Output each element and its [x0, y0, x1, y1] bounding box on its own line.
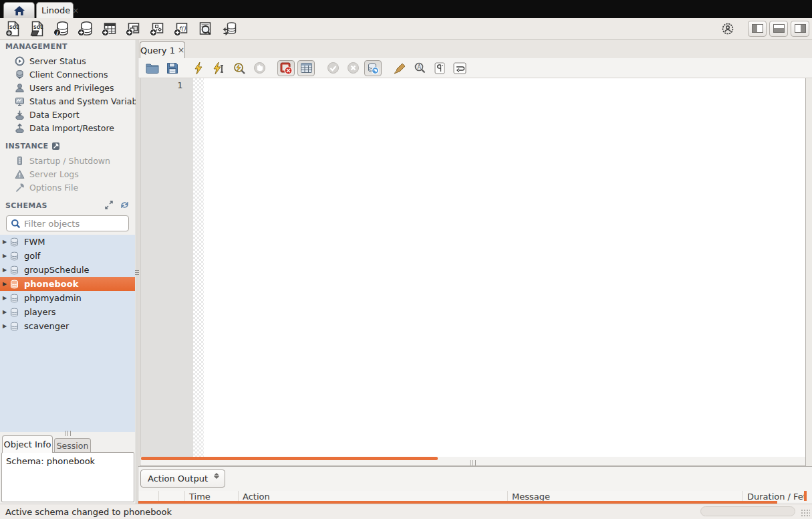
sidebar-item-data-export[interactable]: Data Export [0, 108, 136, 121]
status-bar: Active schema changed to phonebook [0, 504, 812, 519]
query-tab-close-icon[interactable]: × [178, 46, 184, 54]
sidebar-item-data-import[interactable]: Data Import/Restore [0, 121, 136, 134]
sidebar-item-server-status[interactable]: Server Status [0, 54, 136, 68]
create-table-button[interactable] [101, 21, 118, 37]
expand-arrow-icon[interactable]: ▶ [0, 253, 9, 259]
reconnect-dbms-button[interactable] [221, 21, 238, 37]
toggle-wrap-button[interactable] [451, 60, 468, 76]
tab-object-info[interactable]: Object Info [2, 435, 53, 453]
resize-grip-icon[interactable] [801, 509, 810, 518]
instance-section-title: INSTANCE [5, 142, 60, 150]
schema-icon [9, 266, 20, 275]
startup-shutdown-icon [15, 156, 25, 166]
sidebar-item-startup-shutdown[interactable]: Startup / Shutdown [0, 154, 136, 167]
object-info-panel: Schema: phonebook [1, 452, 134, 502]
schema-row-phonebook[interactable]: ▶ phonebook [0, 277, 135, 291]
schema-row-golf[interactable]: ▶ golf [0, 249, 135, 263]
management-section-title: MANAGEMENT [5, 42, 67, 51]
tab-close-icon[interactable]: × [72, 7, 79, 15]
query-toolbar: A [138, 58, 812, 78]
line-number: 1 [177, 80, 182, 90]
output-vscrollbar-thumb[interactable] [804, 491, 807, 501]
output-type-select[interactable]: Action Output [140, 470, 225, 488]
find-button[interactable]: A [411, 60, 428, 76]
rollback-button[interactable] [344, 60, 362, 76]
create-function-button[interactable]: f() [173, 21, 190, 37]
execute-current-button[interactable] [211, 60, 228, 76]
system-variables-icon [15, 96, 25, 106]
toggle-stop-on-error-button[interactable] [277, 60, 295, 76]
open-sql-script-button[interactable]: SQL [29, 21, 45, 37]
schema-row-fwm[interactable]: ▶ FWM [0, 235, 135, 249]
create-procedure-button[interactable] [149, 21, 166, 37]
expand-arrow-icon[interactable]: ▶ [0, 309, 9, 315]
show-invisibles-button[interactable] [431, 60, 448, 76]
user-icon [15, 83, 25, 93]
sidebar-item-users-privileges[interactable]: Users and Privileges [0, 81, 136, 94]
refresh-schemas-icon[interactable] [120, 201, 130, 210]
open-script-button[interactable] [144, 60, 161, 76]
home-icon [13, 5, 25, 16]
connection-tab[interactable]: Linode × [36, 2, 74, 18]
schema-icon [9, 308, 20, 317]
expand-arrow-icon[interactable]: ▶ [0, 267, 9, 273]
editor-hscrollbar-thumb[interactable] [141, 457, 438, 460]
schemas-section-title: SCHEMAS [5, 201, 100, 210]
schema-row-groupschedule[interactable]: ▶ groupSchedule [0, 263, 135, 277]
left-panel-icon [752, 24, 763, 33]
toggle-secondary-sidebar-button[interactable] [791, 21, 809, 37]
search-data-button[interactable] [197, 21, 214, 37]
server-status-icon [15, 56, 25, 66]
right-panel-icon [795, 24, 806, 33]
expand-arrow-icon[interactable]: ▶ [0, 295, 9, 301]
expand-arrow-icon[interactable]: ▶ [0, 281, 9, 287]
sidebar-splitter-grip[interactable] [65, 431, 76, 436]
toggle-autocommit-button[interactable] [364, 60, 382, 76]
commit-button[interactable] [324, 60, 342, 76]
create-schema-button[interactable] [77, 21, 94, 37]
server-logs-icon [15, 169, 25, 179]
search-icon [11, 219, 21, 229]
expand-arrow-icon[interactable]: ▶ [0, 239, 9, 245]
create-view-button[interactable] [125, 21, 142, 37]
sql-editor[interactable]: 1 [140, 78, 806, 466]
explain-button[interactable] [231, 60, 248, 76]
schema-inspector-button[interactable]: i [53, 21, 70, 37]
main-toolbar: SQL SQL i f() [0, 18, 812, 40]
schema-row-players[interactable]: ▶ players [0, 305, 135, 319]
expand-arrow-icon[interactable]: ▶ [0, 323, 9, 329]
svg-text:SQL: SQL [9, 25, 19, 30]
status-scrollbar[interactable] [700, 506, 795, 516]
stop-button[interactable] [251, 60, 268, 76]
limit-rows-button[interactable] [297, 60, 315, 76]
beautify-button[interactable] [391, 60, 408, 76]
editor-gutter: 1 [140, 78, 193, 457]
title-bar [0, 0, 812, 18]
svg-text:SQL: SQL [33, 25, 43, 30]
vertical-splitter-grip[interactable] [135, 267, 139, 278]
preferences-icon[interactable] [719, 20, 736, 37]
schema-row-scavenger[interactable]: ▶ scavenger [0, 319, 135, 333]
sidebar-item-server-logs[interactable]: Server Logs [0, 167, 136, 181]
schema-filter-input[interactable]: Filter objects [6, 215, 129, 231]
home-tab[interactable] [3, 2, 35, 18]
new-sql-tab-button[interactable]: SQL [5, 21, 21, 37]
save-script-button[interactable] [164, 60, 181, 76]
expand-schemas-icon[interactable] [104, 201, 115, 210]
sidebar-item-client-connections[interactable]: Client Connections [0, 68, 136, 81]
tab-session[interactable]: Session [54, 438, 91, 453]
output-splitter-grip[interactable] [470, 460, 476, 465]
main-area: Query 1 × [138, 40, 812, 504]
toggle-sidebar-button[interactable] [748, 21, 767, 37]
toggle-output-button[interactable] [769, 21, 788, 37]
execute-button[interactable] [190, 60, 208, 76]
data-import-icon [15, 123, 25, 133]
sidebar-item-options-file[interactable]: Options File [0, 181, 136, 194]
schema-row-phpmyadmin[interactable]: ▶ phpmyadmin [0, 291, 135, 305]
select-arrows-icon [214, 473, 219, 479]
tab-query-1[interactable]: Query 1 × [140, 41, 185, 58]
schema-tree: ▶ FWM ▶ golf ▶ groupSchedule ▶ phonebook… [0, 235, 135, 432]
editor-fold-margin [193, 78, 204, 457]
sidebar-item-status-system-variables[interactable]: Status and System Variables [0, 94, 136, 108]
query-tab-bar: Query 1 × [138, 40, 812, 58]
